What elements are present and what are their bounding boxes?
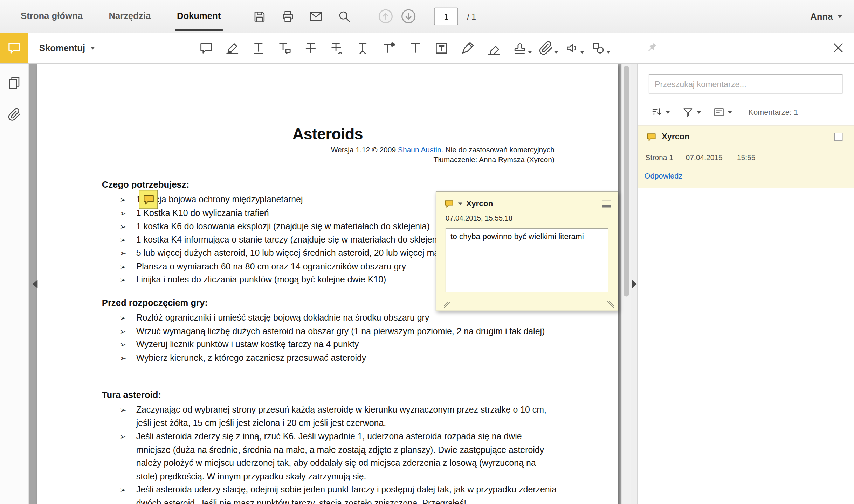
text-box-icon: [434, 41, 448, 55]
note-options-caret-icon[interactable]: [458, 202, 462, 205]
comments-panel: Komentarze: 1 Xyrcon Strona 1 07.04.2015…: [637, 63, 854, 504]
chevron-down-icon: [580, 51, 584, 54]
comment-card[interactable]: Xyrcon Strona 1 07.04.2015 15:55 Odpowie…: [638, 125, 854, 188]
shapes-icon: [591, 41, 605, 55]
comment-marker[interactable]: [139, 190, 158, 209]
note-popup[interactable]: Xyrcon 07.04.2015, 15:55:18 to chyba pow…: [436, 191, 618, 311]
author-link[interactable]: Shaun Austin: [398, 146, 441, 154]
comment-search-input[interactable]: [649, 74, 843, 93]
replace-text-tool[interactable]: [326, 37, 347, 59]
page-thumbnails-button[interactable]: [0, 71, 28, 94]
pencil-icon: [460, 41, 475, 55]
pin-toolbar-button[interactable]: [641, 37, 661, 58]
scrollbar-thumb[interactable]: [624, 66, 629, 296]
comment-bubble-icon: [7, 40, 22, 56]
previous-page-button[interactable]: [377, 7, 395, 26]
comment-mode-dropdown[interactable]: Skomentuj: [39, 33, 95, 63]
print-button[interactable]: [277, 6, 298, 27]
next-page-button[interactable]: [399, 7, 418, 26]
search-icon: [337, 9, 351, 23]
sticky-note-tool[interactable]: [195, 37, 217, 59]
sticky-note-icon: [142, 193, 155, 206]
save-icon: [253, 9, 266, 23]
note-text-area[interactable]: to chyba powinno być wielkimi literami: [446, 228, 608, 292]
email-button[interactable]: [306, 6, 326, 27]
paperclip-icon: [7, 107, 21, 121]
credits-line-2: Tłumaczenie: Anna Rymsza (Xyrcon): [331, 155, 555, 165]
vertical-scrollbar[interactable]: [621, 63, 631, 504]
stamp-tool[interactable]: [509, 37, 530, 59]
bullet-icon: ➢: [120, 260, 126, 273]
collapse-left-pane-button[interactable]: [33, 280, 37, 288]
attach-file-tool[interactable]: [535, 37, 557, 59]
paperclip-icon: [538, 41, 553, 55]
highlighter-icon: [225, 41, 239, 55]
tab-narzedzia[interactable]: Narzędzia: [96, 0, 164, 33]
strikethrough-text-tool[interactable]: [299, 37, 321, 59]
tab-strona-glowna[interactable]: Strona główna: [8, 0, 96, 33]
sort-icon: [651, 106, 663, 118]
tab-dokument[interactable]: Dokument: [164, 0, 234, 33]
add-text-tool[interactable]: [404, 37, 426, 59]
text-star-icon: [381, 41, 396, 55]
resize-handle-right-icon[interactable]: [607, 301, 614, 308]
bullet-icon: ➢: [120, 193, 126, 206]
text-box-tool[interactable]: [430, 37, 452, 59]
sticky-note-icon: [646, 132, 657, 142]
user-menu[interactable]: Anna: [810, 11, 842, 22]
pencil-tool[interactable]: [456, 37, 478, 59]
list-item: ➢Wybierz kierunek, z którego zaczniesz p…: [102, 351, 558, 365]
resize-handle-left-icon[interactable]: [443, 301, 450, 308]
search-button[interactable]: [334, 6, 355, 27]
note-popup-header: Xyrcon: [444, 197, 611, 209]
main-tabs: Strona główna Narzędzia Dokument: [8, 0, 234, 33]
list-item: ➢Jeśli asteroida zderzy się z inną, rzuć…: [102, 430, 558, 483]
reply-link[interactable]: Odpowiedz: [644, 172, 682, 180]
attachments-button[interactable]: [0, 102, 28, 126]
comment-date: 07.04.2015: [686, 153, 723, 161]
minimize-note-button[interactable]: [602, 200, 611, 208]
chevron-down-icon: [91, 47, 95, 49]
stamp-icon: [512, 41, 527, 55]
expand-right-pane-button[interactable]: [632, 280, 637, 288]
comment-checkbox[interactable]: [834, 133, 842, 141]
comment-options-button[interactable]: [713, 106, 732, 118]
sort-comments-button[interactable]: [651, 106, 670, 118]
insert-text-tool[interactable]: [352, 37, 373, 59]
bullet-icon: ➢: [120, 220, 126, 233]
chevron-down-icon: [607, 51, 610, 54]
document-canvas: Asteroids Wersja 1.12 © 2009 Shaun Austi…: [28, 63, 637, 504]
highlight-text-tool[interactable]: [221, 37, 243, 59]
drawing-tools[interactable]: [587, 37, 609, 59]
bullet-icon: ➢: [120, 351, 126, 365]
save-button[interactable]: [249, 6, 270, 27]
section-asteroid-turn: Tura asteroid: ➢Zaczynając od wybranej s…: [102, 390, 558, 504]
bullet-icon: ➢: [120, 338, 126, 351]
chevron-down-icon: [666, 111, 670, 113]
list-item: ➢Wrzuć wymaganą liczbę dużych asteroid n…: [102, 324, 558, 338]
page-number-input[interactable]: [434, 8, 458, 25]
comment-author: Xyrcon: [662, 132, 689, 141]
list-item: ➢Wyzeruj licznik punktów i ustaw kostkę …: [102, 338, 558, 351]
chevron-down-icon: [728, 111, 732, 113]
list-item: ➢Zaczynając od wybranej strony przesuń k…: [102, 403, 558, 430]
top-toolbar: Strona główna Narzędzia Dokument: [0, 0, 854, 33]
text-correction-tool[interactable]: [378, 37, 400, 59]
comments-count: Komentarze: 1: [748, 108, 798, 117]
bullet-icon: ➢: [120, 483, 126, 497]
bullet-icon: ➢: [120, 246, 126, 260]
eraser-tool[interactable]: [483, 37, 504, 59]
underline-text-tool[interactable]: [247, 37, 269, 59]
annotation-tools: [195, 33, 613, 63]
document-title: Asteroids: [37, 125, 618, 143]
record-audio-tool[interactable]: [561, 37, 583, 59]
arrow-down-circle-icon: [400, 8, 417, 24]
filter-comments-button[interactable]: [682, 106, 701, 118]
page-total-label: / 1: [467, 12, 476, 21]
comments-panel-toolbar: Komentarze: 1: [651, 103, 798, 121]
comment-mode-button[interactable]: [0, 33, 28, 63]
note-to-text-tool[interactable]: [274, 37, 295, 59]
close-toolbar-button[interactable]: [828, 37, 848, 58]
credits-line-1: Wersja 1.12 © 2009 Shaun Austin. Nie do …: [331, 145, 555, 155]
chevron-down-icon: [838, 15, 842, 18]
